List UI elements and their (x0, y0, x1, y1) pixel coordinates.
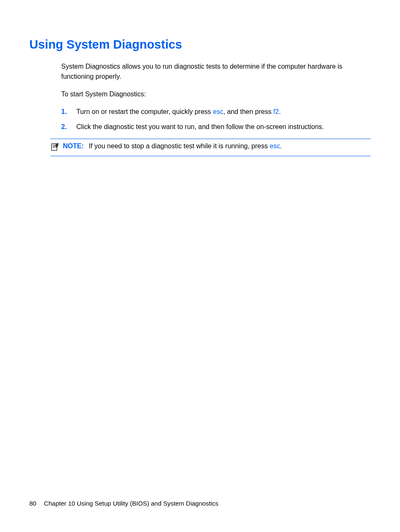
key-esc: esc (270, 142, 280, 150)
note-block: NOTE: If you need to stop a diagnostic t… (50, 139, 371, 156)
step-number: 2. (61, 122, 76, 132)
step-text: Click the diagnostic test you want to ru… (76, 122, 324, 132)
intro-paragraph: System Diagnostics allows you to run dia… (61, 62, 371, 82)
list-item: 2. Click the diagnostic test you want to… (61, 122, 371, 132)
key-esc: esc (213, 108, 223, 115)
steps-list: 1. Turn on or restart the computer, quic… (61, 107, 371, 132)
page-footer: 80 Chapter 10 Using Setup Utility (BIOS)… (29, 500, 218, 507)
note-text: If you need to stop a diagnostic test wh… (89, 142, 282, 150)
page-number: 80 (29, 500, 36, 507)
list-item: 1. Turn on or restart the computer, quic… (61, 107, 371, 117)
chapter-title: Chapter 10 Using Setup Utility (BIOS) an… (44, 500, 218, 507)
note-icon (50, 142, 60, 152)
key-f2: f2 (273, 108, 279, 115)
step-number: 1. (61, 107, 76, 117)
step-text: Turn on or restart the computer, quickly… (76, 107, 281, 117)
note-label: NOTE: (63, 142, 84, 150)
page-heading: Using System Diagnostics (29, 38, 371, 52)
start-instruction: To start System Diagnostics: (61, 89, 371, 99)
